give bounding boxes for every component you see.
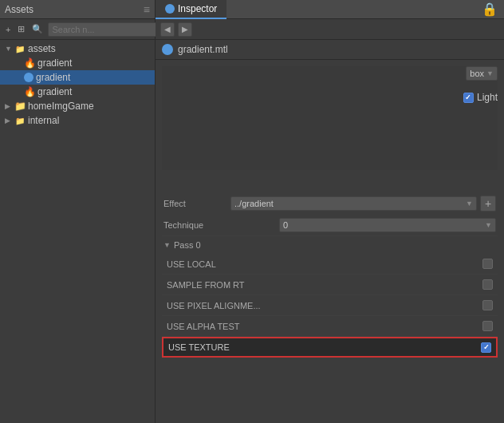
assets-panel: Assets ≡ + ⊞ 🔍 ⟨⟩ ↻ ▼ 📁 assets 🔥 gradien… [0, 0, 156, 423]
effect-value: ../gradient [234, 199, 274, 208]
properties-area: Effect ../gradient ▼ + Technique 0 ▼ ▼ P… [156, 188, 504, 423]
use-texture-row: USE TEXTURE ✓ [162, 337, 498, 358]
tree-item-gradient-1[interactable]: 🔥 gradient [0, 56, 155, 70]
sample-from-rt-checkbox[interactable] [482, 279, 493, 290]
preview-shape-select[interactable]: box ▼ [466, 66, 498, 81]
pass-section-header[interactable]: ▼ Pass 0 [162, 236, 498, 254]
add-effect-button[interactable]: + [480, 196, 496, 212]
tree-item-gradient-3[interactable]: 🔥 gradient [0, 85, 155, 99]
use-texture-checkbox[interactable]: ✓ [481, 342, 491, 353]
tree-label-gradient-3: gradient [37, 86, 72, 97]
light-checkbox-row: ✓ Light [463, 89, 498, 103]
folder-icon-internal: 📁 [14, 115, 26, 126]
tree-label-gradient-1: gradient [37, 57, 72, 69]
pass-arrow: ▼ [163, 241, 171, 249]
light-checkbox[interactable]: ✓ [463, 93, 474, 103]
tab-inspector[interactable]: Inspector [156, 0, 226, 19]
inspector-tab-bar: Inspector 🔒 [156, 0, 504, 19]
nav-forward-button[interactable]: ▶ [178, 22, 192, 37]
effect-label: Effect [163, 199, 227, 208]
tree-item-internal[interactable]: ▶ 📁 internal [0, 113, 155, 128]
assets-panel-header: Assets ≡ [0, 0, 155, 19]
light-checkmark: ✓ [465, 93, 471, 101]
effect-dropdown-arrow: ▼ [466, 200, 473, 208]
preview-controls: box ▼ [466, 66, 498, 81]
assets-header-actions: ≡ [144, 3, 150, 16]
arrow-assets: ▼ [5, 45, 14, 53]
inspector-lock-icon[interactable]: 🔒 [475, 2, 504, 17]
use-pixel-align-label: USE PIXEL ALIGNME... [167, 301, 482, 310]
preview-canvas [162, 66, 498, 170]
technique-row: Technique 0 ▼ [162, 215, 498, 236]
inspector-panel: Inspector 🔒 ◀ ▶ gradient.mtl box ▼ ✓ Lig… [156, 0, 504, 423]
effect-row: Effect ../gradient ▼ + [162, 192, 498, 215]
light-label: Light [477, 92, 498, 103]
technique-select[interactable]: 0 ▼ [279, 218, 496, 232]
preview-shape-value: box [470, 69, 484, 78]
tree-label-assets: assets [28, 43, 56, 54]
tree-label-internal: internal [28, 115, 59, 126]
tree-label-gradient-2: gradient [36, 72, 70, 83]
technique-label: Technique [163, 220, 279, 230]
inspector-nav: ◀ ▶ [156, 19, 504, 40]
flame-icon-gradient-3: 🔥 [24, 86, 35, 97]
pass-label: Pass 0 [174, 240, 201, 250]
tree-item-gradient-2[interactable]: gradient [0, 70, 155, 85]
use-texture-checkmark: ✓ [483, 343, 490, 351]
use-local-checkbox[interactable] [482, 259, 493, 269]
sample-from-rt-label: SAMPLE FROM RT [167, 280, 482, 290]
arrow-homeImgGame: ▶ [5, 102, 14, 110]
use-local-label: USE LOCAL [167, 259, 482, 269]
technique-value-container: 0 ▼ [279, 218, 496, 232]
use-alpha-test-row: USE ALPHA TEST [162, 316, 498, 337]
arrow-internal: ▶ [5, 117, 14, 125]
assets-menu-icon[interactable]: ≡ [144, 3, 150, 16]
inspector-tab-icon [165, 4, 175, 14]
sort-button[interactable]: ⊞ [15, 23, 27, 35]
tree-item-homeImgGame[interactable]: ▶ 📁 homeImgGame [0, 99, 155, 113]
inspector-tab-label: Inspector [178, 3, 217, 14]
use-alpha-test-checkbox[interactable] [482, 321, 493, 331]
light-row: ✓ Light [463, 92, 498, 103]
use-pixel-align-checkbox[interactable] [482, 300, 493, 310]
use-texture-label: USE TEXTURE [168, 342, 481, 352]
add-asset-button[interactable]: + [3, 24, 13, 35]
technique-value: 0 [283, 220, 288, 230]
tree-label-homeImgGame: homeImgGame [28, 101, 94, 112]
file-name-label: gradient.mtl [178, 44, 228, 55]
use-local-row: USE LOCAL [162, 254, 498, 275]
technique-dropdown-arrow: ▼ [485, 221, 492, 229]
use-alpha-test-label: USE ALPHA TEST [167, 322, 482, 331]
assets-tree: ▼ 📁 assets 🔥 gradient gradient 🔥 gradien… [0, 40, 155, 423]
preview-area: box ▼ ✓ Light [156, 60, 504, 188]
search-input[interactable] [48, 22, 166, 37]
folder-icon-assets: 📁 [14, 43, 26, 54]
preview-shape-arrow: ▼ [486, 69, 494, 77]
tree-item-assets[interactable]: ▼ 📁 assets [0, 42, 155, 56]
nav-back-button[interactable]: ◀ [160, 22, 175, 37]
assets-panel-title: Assets [5, 4, 33, 15]
file-info-row: gradient.mtl [156, 40, 504, 60]
search-button[interactable]: 🔍 [30, 23, 45, 35]
folder-icon-homeImgGame: 📁 [14, 101, 26, 112]
blue-dot-icon-gradient-2 [24, 73, 33, 82]
assets-toolbar: + ⊞ 🔍 ⟨⟩ ↻ [0, 19, 155, 40]
use-pixel-align-row: USE PIXEL ALIGNME... [162, 295, 498, 316]
sample-from-rt-row: SAMPLE FROM RT [162, 275, 498, 295]
flame-icon-gradient-1: 🔥 [24, 57, 35, 69]
file-type-icon [162, 44, 173, 55]
effect-select[interactable]: ../gradient ▼ [230, 196, 477, 211]
